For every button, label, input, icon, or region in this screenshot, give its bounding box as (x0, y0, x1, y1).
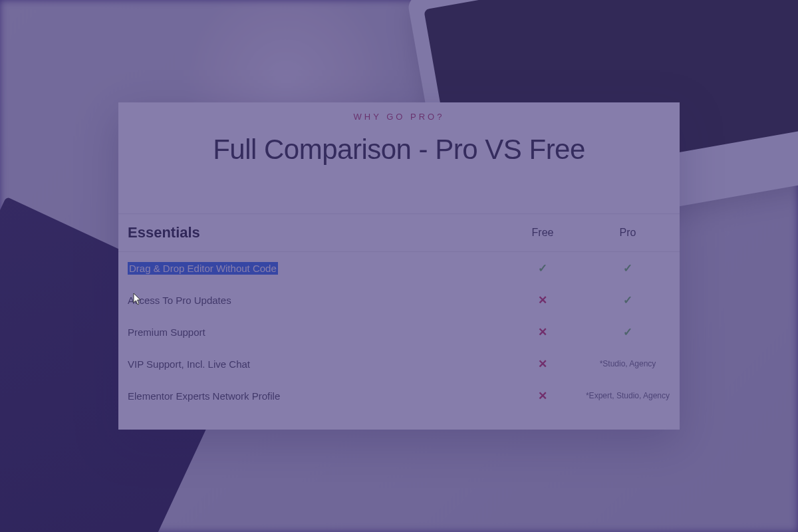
eyebrow-text: WHY GO PRO? (118, 112, 680, 122)
table-header-row: Essentials Free Pro (118, 213, 680, 252)
check-icon: ✓ (623, 294, 632, 307)
cross-icon: ✕ (538, 326, 547, 338)
cross-icon: ✕ (538, 294, 547, 307)
cell-free: ✕ (500, 325, 585, 339)
table-row: Elementor Experts Network Profile ✕ *Exp… (118, 380, 680, 412)
selected-text: Drag & Drop Editor Without Code (128, 262, 278, 275)
feature-label: Access To Pro Updates (128, 295, 500, 306)
column-header-pro: Pro (585, 227, 670, 239)
mouse-cursor-icon (133, 293, 142, 306)
cell-pro-note: *Studio, Agency (585, 359, 670, 368)
cross-icon: ✕ (538, 358, 547, 370)
bg-laptop-shape (407, 0, 798, 247)
page-title: Full Comparison - Pro VS Free (118, 134, 680, 166)
comparison-card: WHY GO PRO? Full Comparison - Pro VS Fre… (118, 102, 680, 430)
cell-free: ✓ (500, 261, 585, 275)
cell-free: ✕ (500, 357, 585, 371)
cross-icon: ✕ (538, 390, 547, 402)
column-header-free: Free (500, 227, 585, 239)
cell-pro: ✓ (585, 293, 670, 307)
cell-pro: ✓ (585, 261, 670, 275)
page-background: WHY GO PRO? Full Comparison - Pro VS Fre… (0, 0, 798, 532)
feature-label: Elementor Experts Network Profile (128, 390, 500, 402)
table-row: Drag & Drop Editor Without Code ✓ ✓ (118, 252, 680, 284)
cell-free: ✕ (500, 293, 585, 307)
cell-free: ✕ (500, 389, 585, 403)
table-row: Premium Support ✕ ✓ (118, 316, 680, 348)
table-row: Access To Pro Updates ✕ ✓ (118, 284, 680, 316)
feature-label: Premium Support (128, 327, 500, 338)
comparison-table: Essentials Free Pro Drag & Drop Editor W… (118, 213, 680, 412)
check-icon: ✓ (623, 326, 632, 338)
cell-pro-note: *Expert, Studio, Agency (585, 391, 670, 400)
section-heading: Essentials (128, 224, 500, 241)
bg-book-shape (0, 197, 259, 532)
cell-pro: ✓ (585, 325, 670, 339)
feature-label: VIP Support, Incl. Live Chat (128, 358, 500, 370)
check-icon: ✓ (538, 262, 547, 275)
table-row: VIP Support, Incl. Live Chat ✕ *Studio, … (118, 348, 680, 380)
check-icon: ✓ (623, 262, 632, 275)
feature-label: Drag & Drop Editor Without Code (128, 263, 500, 274)
